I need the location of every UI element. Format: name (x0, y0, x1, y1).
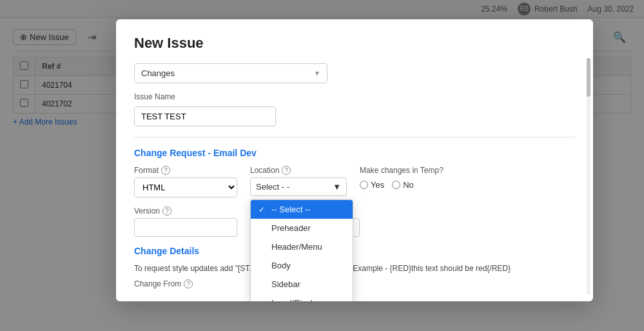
dropdown-item-label: Legal/Disclosure (271, 298, 333, 301)
radio-yes[interactable] (360, 181, 368, 189)
dropdown-item-select[interactable]: ✓ -- Select -- (251, 200, 353, 219)
new-issue-modal: New Issue Changes ▼ Issue Name Change Re… (116, 19, 593, 301)
dropdown-item-body[interactable]: Body (251, 256, 353, 275)
dropdown-item-label: Preheader (271, 223, 311, 233)
version-input[interactable] (134, 218, 237, 237)
location-value: Select - - (256, 182, 289, 192)
format-label: Format ? (134, 166, 237, 175)
radio-no-option[interactable]: No (392, 180, 414, 190)
dropdown-item-label: Header/Menu (271, 242, 322, 252)
dropdown-item-label: Body (271, 261, 291, 270)
dropdown-item-label: -- Select -- (271, 205, 311, 214)
radio-no-label: No (403, 180, 414, 190)
format-help-icon[interactable]: ? (161, 166, 170, 175)
format-select[interactable]: HTML Text (134, 177, 237, 197)
issue-name-label: Issue Name (134, 92, 575, 101)
dropdown-item-sidebar[interactable]: Sidebar (251, 275, 353, 294)
change-from-help-icon[interactable]: ? (184, 279, 193, 288)
issue-name-input[interactable] (134, 106, 276, 126)
section-title: Change Request - Email Dev (134, 148, 575, 158)
version-field: Version ? (134, 206, 237, 237)
make-changes-label: Make changes in Temp? (360, 166, 444, 175)
issue-type-field: Changes ▼ (134, 63, 575, 83)
location-select[interactable]: Select - - ▼ (250, 177, 347, 196)
location-field: Location ? Select - - ▼ ✓ -- Select -- P… (250, 166, 347, 196)
dropdown-item-header-menu[interactable]: Header/Menu (251, 237, 353, 256)
dropdown-item-label: Sidebar (271, 279, 300, 289)
issue-type-select[interactable]: Changes ▼ (134, 63, 327, 83)
section-divider (134, 137, 575, 137)
dropdown-item-legal[interactable]: Legal/Disclosure (251, 294, 353, 301)
location-label: Location ? (250, 166, 347, 175)
radio-yes-option[interactable]: Yes (360, 180, 384, 190)
version-help-icon[interactable]: ? (162, 206, 171, 216)
modal-title: New Issue (134, 35, 575, 52)
radio-no[interactable] (392, 181, 400, 189)
change-details-title: Change Details (134, 246, 575, 256)
version-label: Version ? (134, 206, 237, 216)
form-row-1: Format ? HTML Text Location ? Select - -… (134, 166, 575, 197)
location-help-icon[interactable]: ? (282, 166, 291, 175)
make-changes-field: Make changes in Temp? Yes No (360, 166, 444, 190)
chevron-down-icon: ▼ (333, 182, 341, 192)
scrollbar-thumb[interactable] (587, 58, 590, 97)
dropdown-item-preheader[interactable]: Preheader (251, 219, 353, 237)
radio-yes-label: Yes (371, 180, 384, 190)
chevron-down-icon: ▼ (314, 70, 320, 77)
issue-type-value: Changes (141, 68, 175, 78)
change-from-label-row: Change From ? (134, 279, 575, 288)
issue-name-field: Issue Name (134, 92, 575, 126)
form-row-version: Version ? e of this Change? Select -- ▼ (134, 206, 575, 237)
format-field: Format ? HTML Text (134, 166, 237, 197)
location-dropdown: ✓ -- Select -- Preheader Header/Menu Bod… (250, 199, 353, 301)
check-icon: ✓ (259, 205, 268, 214)
radio-group: Yes No (360, 180, 444, 190)
scrollbar-track[interactable] (587, 58, 590, 295)
